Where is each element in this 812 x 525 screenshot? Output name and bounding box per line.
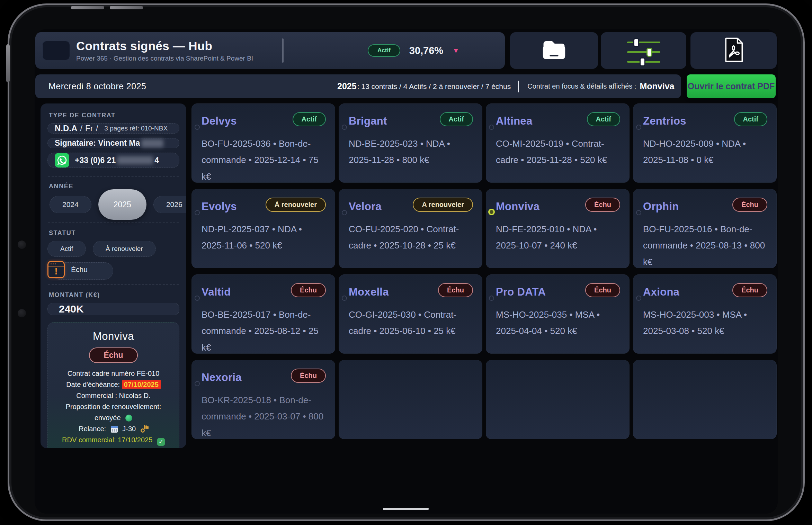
empty-card	[339, 360, 482, 439]
radio-icon[interactable]	[636, 125, 641, 130]
contract-card[interactable]: Evolys À renouveler ND-PL-2025-037 • NDA…	[191, 189, 335, 268]
contract-name: Valtid	[202, 283, 231, 298]
radio-icon[interactable]	[195, 296, 200, 301]
radio-icon[interactable]	[342, 125, 347, 130]
contract-meta: BO-KR-2025-018 • Bon-de-commande • 2025-…	[202, 392, 326, 441]
type-section-label: TYPE DE CONTRAT	[49, 112, 179, 119]
amount-section-label: MONTANT (K€)	[49, 291, 179, 299]
detail-rdv-line: RDV commercial: 17/10/2025 ✓	[53, 434, 174, 446]
ok-hand-icon	[141, 425, 148, 433]
status-badge: A renouveler	[413, 198, 473, 212]
contract-card[interactable]: Axiona Échu MS-HO-2025-003 • MSA • 2025-…	[633, 274, 777, 354]
device-camera	[18, 241, 26, 249]
radio-icon[interactable]	[636, 210, 641, 215]
year-stats: 2025 : 13 contrats / 4 Actifs / 2 à reno…	[337, 74, 674, 98]
contract-card[interactable]: Altinea Actif CO-MI-2025-019 • Contrat-c…	[486, 103, 630, 183]
app-logo	[42, 41, 70, 60]
type-main: N.D.A	[55, 124, 77, 133]
year-filter-2025[interactable]: 2025	[98, 189, 146, 220]
contract-meta: BO-FU-2025-016 • Bon-de-commande • 2025-…	[643, 221, 767, 270]
signatory-row[interactable]: Signataire: Vincent Ma	[47, 138, 179, 148]
contract-card[interactable]: Delvys Actif BO-FU-2025-036 • Bon-de-com…	[191, 103, 335, 183]
status-badge: Actif	[734, 112, 767, 126]
contract-card[interactable]: Brigant Actif ND-BE-2025-023 • NDA • 202…	[339, 103, 482, 183]
contract-name: Delvys	[202, 112, 237, 127]
contract-name: Monviva	[496, 198, 539, 213]
kpi-value: 30,76%	[409, 45, 443, 56]
contract-name: Zentrios	[643, 112, 686, 127]
filters-tile-button[interactable]	[601, 32, 686, 69]
status-badge: Échu	[291, 369, 326, 383]
status-badge: Échu	[585, 283, 620, 297]
radio-icon[interactable]	[195, 125, 200, 130]
phone-row[interactable]: +33 (0)6 21 4	[47, 153, 179, 168]
device-top-button	[71, 6, 104, 9]
section-divider	[48, 176, 179, 176]
year-filter-2026[interactable]: 2026	[153, 196, 186, 213]
contract-type-row[interactable]: N.D.A / Fr / 3 pages réf: 010-NBX	[47, 123, 179, 134]
radio-icon[interactable]	[342, 296, 347, 301]
type-lang: Fr	[85, 124, 93, 133]
radio-icon[interactable]	[342, 210, 347, 215]
pdf-tile-button[interactable]	[690, 32, 777, 69]
contract-name: Pro DATA	[496, 283, 546, 298]
open-pdf-button[interactable]: Ouvrir le contrat PDF	[687, 74, 776, 98]
contract-name: Brigant	[349, 112, 387, 127]
status-filter-actif[interactable]: Actif	[47, 241, 86, 257]
whatsapp-icon	[55, 153, 69, 168]
contract-card[interactable]: Zentrios Actif ND-HO-2025-009 • NDA • 20…	[633, 103, 777, 183]
detail-status-badge: Échu	[89, 347, 137, 363]
status-badge: Actif	[293, 112, 326, 126]
archive-tile-button[interactable]	[510, 32, 598, 69]
status-badge: Échu	[732, 283, 767, 297]
signatory-text: Signataire: Vincent Ma	[55, 138, 140, 148]
radio-icon[interactable]	[489, 125, 494, 130]
stats-divider	[518, 81, 519, 92]
detail-contract-number: Contrat cadre numéro FE-010	[53, 368, 174, 379]
contract-meta: CO-MI-2025-019 • Contrat-cadre • 2025-11…	[496, 136, 620, 169]
contract-name: Moxella	[349, 283, 389, 298]
status-badge: Échu	[438, 283, 473, 297]
redacted-name	[141, 139, 163, 147]
contract-card[interactable]: Velora A renouveler CO-FU-2025-020 • Con…	[339, 189, 482, 268]
contract-card[interactable]: Valtid Échu BO-BE-2025-017 • Bon-de-comm…	[191, 274, 335, 354]
radio-icon[interactable]	[195, 381, 200, 386]
contract-meta: BO-FU-2025-036 • Bon-de-commande • 2025-…	[202, 136, 326, 185]
radio-icon[interactable]	[489, 296, 494, 301]
radio-icon[interactable]	[195, 210, 200, 215]
contract-meta: ND-HO-2025-009 • NDA • 2025-11-08 • 0 k€	[643, 136, 767, 169]
contract-card[interactable]: Nexoria Échu BO-KR-2025-018 • Bon-de-com…	[191, 360, 335, 439]
stats-year: 2025	[337, 81, 357, 91]
contract-meta: BO-BE-2025-017 • Bon-de-commande • 2025-…	[202, 307, 326, 356]
due-date-highlight: 07/10/2025	[122, 380, 161, 389]
contract-card[interactable]: Moxella Échu CO-GI-2025-030 • Contrat-ca…	[339, 274, 482, 354]
current-date: Mercredi 8 octobre 2025	[48, 81, 146, 91]
expired-warning-icon: !	[47, 261, 65, 278]
phone-number-suffix: 4	[154, 156, 159, 165]
contract-meta: MS-HO-2025-003 • MSA • 2025-03-08 • 520 …	[643, 307, 767, 340]
folder-icon	[539, 37, 569, 64]
contract-meta: ND-FE-2025-010 • NDA • 2025-10-07 • 240 …	[496, 221, 620, 254]
status-filter-renouveler[interactable]: À renouveler	[93, 241, 156, 257]
section-divider	[48, 223, 179, 223]
calendar-icon	[111, 426, 118, 433]
device-camera	[18, 309, 26, 317]
contract-card[interactable]: Monviva Échu ND-FE-2025-010 • NDA • 2025…	[486, 189, 630, 268]
contract-name: Evolys	[202, 198, 237, 213]
contract-name: Nexoria	[202, 369, 242, 384]
stats-summary: : 13 contrats / 4 Actifs / 2 à renouvele…	[357, 82, 511, 91]
contract-card[interactable]: Pro DATA Échu MS-HO-2025-035 • MSA • 202…	[486, 274, 630, 354]
home-indicator[interactable]	[383, 508, 429, 510]
contract-detail-card: Monviva Échu Contrat cadre numéro FE-010…	[47, 322, 179, 448]
contract-meta: ND-BE-2025-023 • NDA • 2025-11-28 • 800 …	[349, 136, 473, 169]
contract-card[interactable]: Orphin Échu BO-FU-2025-016 • Bon-de-comm…	[633, 189, 777, 268]
year-filter-2024[interactable]: 2024	[50, 196, 91, 213]
radio-icon[interactable]	[636, 296, 641, 301]
status-filter-echu[interactable]: ! Échu	[47, 261, 179, 278]
triangle-down-icon: ▼	[452, 46, 459, 55]
radio-icon[interactable]	[488, 209, 495, 215]
sliders-icon	[627, 38, 660, 63]
amount-value-field[interactable]: 240K	[47, 303, 179, 315]
detail-due-date-line: Date d'échéance: 07/10/2025	[53, 379, 174, 390]
contract-meta: MS-HO-2025-035 • MSA • 2025-04-04 • 520 …	[496, 307, 620, 340]
